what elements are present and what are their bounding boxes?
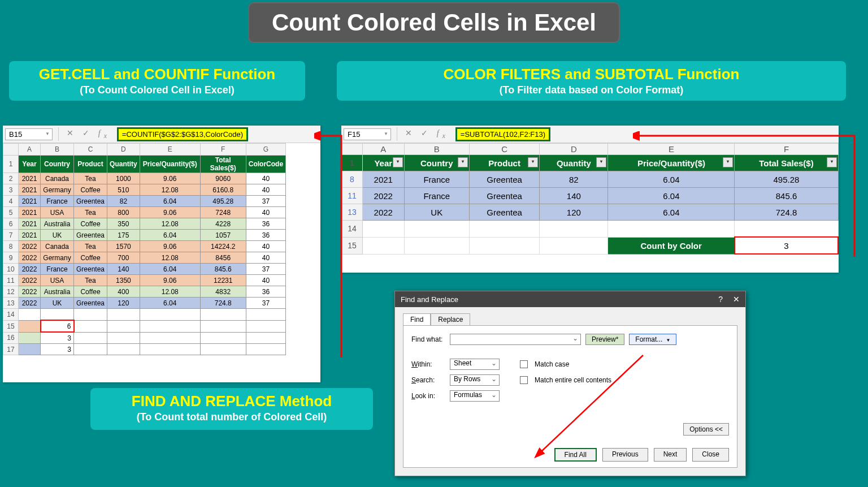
cell[interactable]: France bbox=[404, 171, 469, 188]
result-cell[interactable]: 3 bbox=[41, 344, 74, 355]
col-header[interactable]: Product bbox=[74, 156, 107, 173]
cell[interactable]: 140 bbox=[107, 264, 140, 275]
cell[interactable]: Australia bbox=[41, 218, 74, 230]
cell[interactable]: UK bbox=[404, 204, 469, 221]
cell[interactable]: Tea bbox=[74, 241, 107, 252]
cell[interactable]: 2021 bbox=[19, 173, 41, 184]
cell[interactable]: 2021 bbox=[19, 196, 41, 207]
cell[interactable]: 8456 bbox=[200, 252, 246, 264]
next-button[interactable]: Next bbox=[654, 448, 687, 462]
cell[interactable]: 1000 bbox=[107, 173, 140, 184]
col-header[interactable]: Year bbox=[19, 156, 41, 173]
result-cell[interactable]: 3 bbox=[41, 332, 74, 344]
cell[interactable]: 2021 bbox=[363, 171, 405, 188]
cell[interactable]: Greentea bbox=[74, 230, 107, 241]
cell[interactable]: USA bbox=[41, 275, 74, 286]
cell[interactable]: 1057 bbox=[200, 230, 246, 241]
cell[interactable]: 845.6 bbox=[735, 188, 838, 204]
cell[interactable]: 6.04 bbox=[140, 264, 200, 275]
format-button[interactable]: Format... bbox=[629, 334, 676, 345]
matchcontents-checkbox[interactable] bbox=[520, 376, 528, 384]
cell[interactable]: UK bbox=[41, 230, 74, 241]
cell[interactable]: Australia bbox=[41, 286, 74, 298]
cell[interactable]: 2021 bbox=[19, 230, 41, 241]
cell[interactable]: 800 bbox=[107, 207, 140, 218]
cell[interactable]: 2022 bbox=[363, 188, 405, 204]
cell[interactable]: 510 bbox=[107, 184, 140, 196]
cell[interactable]: 9.06 bbox=[140, 173, 200, 184]
cell[interactable]: 845.6 bbox=[200, 264, 246, 275]
cell[interactable]: 495.28 bbox=[735, 171, 838, 188]
cell[interactable]: 37 bbox=[246, 298, 285, 309]
col-header[interactable]: Total Sales($) bbox=[200, 156, 246, 173]
cell[interactable]: 6.04 bbox=[140, 196, 200, 207]
col-header-filter[interactable]: Country▾ bbox=[404, 155, 469, 171]
formula-input-right[interactable]: =SUBTOTAL(102,F2:F13) bbox=[455, 127, 550, 141]
cell[interactable]: Tea bbox=[74, 207, 107, 218]
cell[interactable]: 12231 bbox=[200, 275, 246, 286]
cell[interactable]: 12.08 bbox=[140, 184, 200, 196]
formula-input-left[interactable]: =COUNTIF($G$2:$G$13,ColorCode) bbox=[117, 127, 248, 141]
cell[interactable]: 40 bbox=[246, 184, 285, 196]
cell[interactable]: 6.04 bbox=[608, 188, 735, 204]
cell[interactable]: 495.28 bbox=[200, 196, 246, 207]
col-header-filter[interactable]: Product▾ bbox=[470, 155, 540, 171]
search-select[interactable]: By Rows bbox=[450, 374, 500, 386]
cell[interactable]: Greentea bbox=[74, 264, 107, 275]
cell[interactable]: Greentea bbox=[470, 188, 540, 204]
cell[interactable]: 724.8 bbox=[200, 298, 246, 309]
cell[interactable]: 6160.8 bbox=[200, 184, 246, 196]
close-icon[interactable]: ✕ bbox=[733, 295, 740, 304]
cell[interactable]: Greentea bbox=[470, 171, 540, 188]
cell[interactable]: France bbox=[41, 264, 74, 275]
col-header-filter[interactable]: Year▾ bbox=[363, 155, 405, 171]
filter-icon[interactable]: ▾ bbox=[458, 157, 468, 167]
cell[interactable]: 4832 bbox=[200, 286, 246, 298]
lookin-select[interactable]: Formulas bbox=[450, 390, 500, 402]
cell[interactable]: Greentea bbox=[74, 196, 107, 207]
grid-right[interactable]: ABCDEF1Year▾Country▾Product▾Quantity▾Pri… bbox=[341, 143, 839, 255]
cell[interactable]: 1570 bbox=[107, 241, 140, 252]
cell[interactable]: 1350 bbox=[107, 275, 140, 286]
name-box-right[interactable]: F15 bbox=[344, 128, 391, 140]
help-icon[interactable]: ? bbox=[718, 295, 723, 304]
cell[interactable]: Greentea bbox=[470, 204, 540, 221]
col-header[interactable]: ColorCode bbox=[246, 156, 285, 173]
cell[interactable]: Coffee bbox=[74, 286, 107, 298]
cell[interactable]: 2022 bbox=[19, 252, 41, 264]
cell[interactable]: 2021 bbox=[19, 184, 41, 196]
cell[interactable]: 2021 bbox=[19, 218, 41, 230]
cell[interactable]: 40 bbox=[246, 173, 285, 184]
cell[interactable]: Greentea bbox=[74, 298, 107, 309]
count-value[interactable]: 3 bbox=[735, 237, 838, 254]
cell[interactable]: 82 bbox=[107, 196, 140, 207]
col-header[interactable]: Price/Quantity($) bbox=[140, 156, 200, 173]
cell[interactable]: 2022 bbox=[19, 298, 41, 309]
cell[interactable]: UK bbox=[41, 298, 74, 309]
cell[interactable]: Coffee bbox=[74, 218, 107, 230]
close-button[interactable]: Close bbox=[692, 448, 729, 462]
result-cell[interactable]: 6 bbox=[41, 320, 74, 332]
cell[interactable]: 2021 bbox=[19, 207, 41, 218]
col-header-filter[interactable]: Total Sales($)▾ bbox=[735, 155, 838, 171]
cell[interactable]: 724.8 bbox=[735, 204, 838, 221]
cell[interactable]: 6.04 bbox=[140, 298, 200, 309]
col-header-filter[interactable]: Quantity▾ bbox=[540, 155, 608, 171]
cell[interactable]: 700 bbox=[107, 252, 140, 264]
options-button[interactable]: Options << bbox=[683, 423, 729, 436]
cell[interactable]: 6.04 bbox=[140, 230, 200, 241]
cell[interactable]: 175 bbox=[107, 230, 140, 241]
cell[interactable]: Germany bbox=[41, 252, 74, 264]
cell[interactable]: 6.04 bbox=[608, 171, 735, 188]
cell[interactable]: Coffee bbox=[74, 252, 107, 264]
cell[interactable]: Coffee bbox=[74, 184, 107, 196]
cell[interactable]: 2022 bbox=[19, 241, 41, 252]
filter-icon[interactable]: ▾ bbox=[528, 157, 538, 167]
matchcase-checkbox[interactable] bbox=[520, 360, 528, 368]
cell[interactable]: France bbox=[41, 196, 74, 207]
cell[interactable]: 4228 bbox=[200, 218, 246, 230]
cell[interactable]: 2022 bbox=[19, 275, 41, 286]
cell[interactable]: Germany bbox=[41, 184, 74, 196]
cell[interactable]: 9060 bbox=[200, 173, 246, 184]
cell[interactable]: 7248 bbox=[200, 207, 246, 218]
